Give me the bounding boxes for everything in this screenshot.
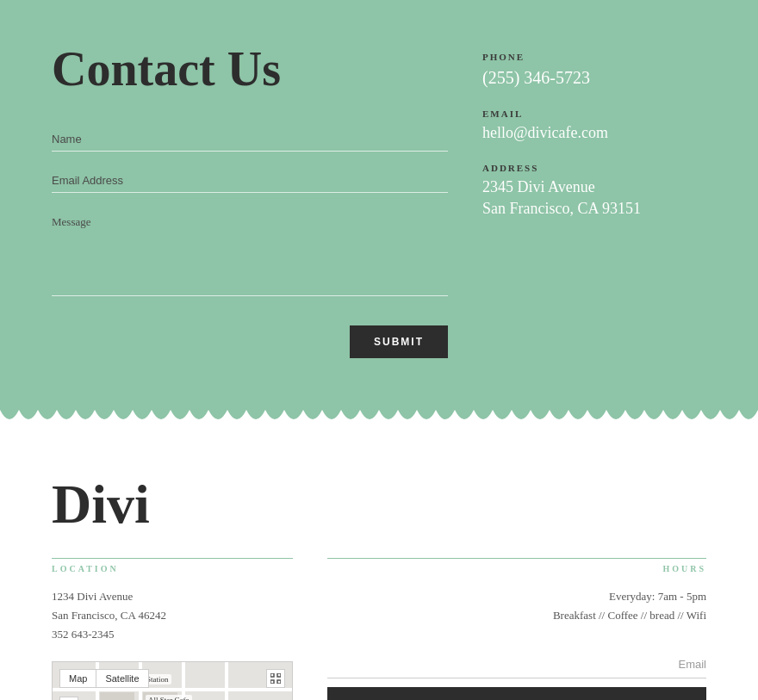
name-input[interactable]	[52, 127, 448, 152]
map-type-controls: Map Satellite	[59, 669, 149, 688]
email-input[interactable]	[52, 169, 448, 193]
address-value: 2345 Divi Avenue San Francisco, CA 93151	[482, 177, 706, 220]
wavy-divider-top	[0, 410, 758, 434]
address-label: ADDRESS	[482, 163, 706, 173]
hours-col: HOURS Everyday: 7am - 5pm Breakfast // C…	[327, 558, 706, 700]
map-label: All Star Cafe	[146, 695, 192, 700]
map-container: 📍 Van Ness Station All Star Cafe Hedge C…	[52, 661, 293, 700]
svg-rect-2	[270, 680, 274, 684]
map-road	[225, 662, 228, 700]
phone-label: PHONE	[482, 52, 706, 62]
contact-info-col: PHONE (255) 346-5723 EMAIL hello@divicaf…	[482, 43, 706, 358]
bottom-grid: LOCATION 1234 Divi Avenue San Francisco,…	[52, 558, 706, 700]
submit-row: SUBMIT	[52, 325, 448, 358]
fullscreen-button[interactable]	[266, 669, 285, 688]
location-address: 1234 Divi Avenue San Francisco, CA 46242…	[52, 587, 293, 644]
message-textarea[interactable]	[52, 210, 448, 296]
zoom-in-button[interactable]: +	[59, 697, 78, 700]
svg-rect-1	[277, 673, 281, 677]
brand-title: Divi	[52, 477, 706, 532]
bottom-section: Divi LOCATION 1234 Divi Avenue San Franc…	[0, 434, 758, 700]
subscribe-button[interactable]: SUBSCRIBE	[327, 687, 706, 700]
email-label: EMAIL	[482, 108, 706, 119]
map-block	[100, 692, 134, 700]
map-zoom-controls: + −	[59, 697, 78, 700]
newsletter-email-input[interactable]	[327, 651, 706, 678]
location-col: LOCATION 1234 Divi Avenue San Francisco,…	[52, 558, 293, 700]
name-field-group	[52, 127, 448, 152]
svg-rect-0	[270, 673, 274, 677]
svg-rect-3	[277, 680, 281, 684]
hours-label: HOURS	[327, 558, 706, 573]
contact-section: Contact Us SUBMIT PHONE (255) 346-5723 E…	[0, 0, 758, 410]
satellite-button[interactable]: Satellite	[96, 669, 148, 688]
contact-form-col: Contact Us SUBMIT	[52, 43, 448, 358]
phone-value: (255) 346-5723	[482, 65, 706, 90]
email-value: hello@divicafe.com	[482, 122, 706, 144]
map-button[interactable]: Map	[59, 669, 96, 688]
map-road	[53, 688, 292, 691]
hours-text: Everyday: 7am - 5pm Breakfast // Coffee …	[327, 587, 706, 625]
message-field-group	[52, 210, 448, 300]
page-title: Contact Us	[52, 43, 448, 96]
location-label: LOCATION	[52, 558, 293, 573]
email-field-group	[52, 169, 448, 193]
submit-button[interactable]: SUBMIT	[350, 325, 448, 358]
